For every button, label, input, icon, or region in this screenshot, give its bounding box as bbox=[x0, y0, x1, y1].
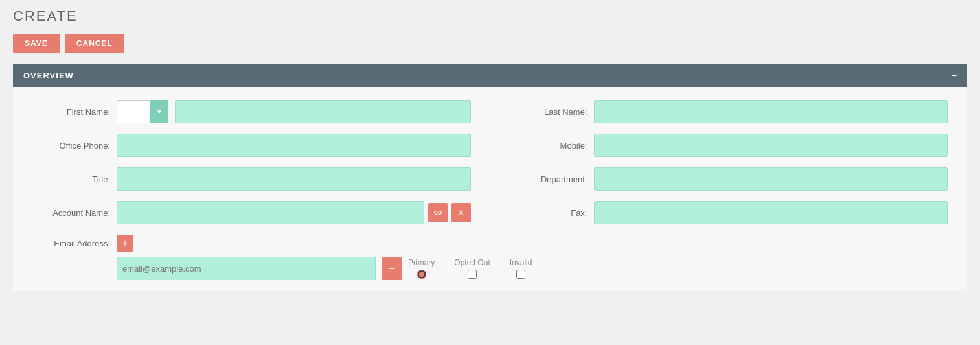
account-name-row: Account Name: bbox=[32, 201, 471, 224]
invalid-label: Invalid bbox=[510, 258, 532, 267]
email-add-button[interactable]: + bbox=[117, 235, 133, 252]
mobile-input[interactable] bbox=[594, 134, 948, 157]
email-input[interactable] bbox=[117, 257, 376, 280]
email-address-label: Email Address: bbox=[32, 239, 110, 248]
invalid-group: Invalid bbox=[510, 258, 532, 279]
account-name-label: Account Name: bbox=[32, 208, 110, 218]
cancel-button[interactable]: CANCEL bbox=[65, 34, 124, 53]
department-row: Department: bbox=[510, 167, 948, 191]
office-phone-row: Office Phone: bbox=[32, 134, 471, 157]
page-wrapper: CREATE SAVE CANCEL OVERVIEW − First Name… bbox=[0, 0, 980, 298]
office-phone-label: Office Phone: bbox=[32, 141, 110, 150]
collapse-button[interactable]: − bbox=[952, 70, 957, 80]
department-input[interactable] bbox=[594, 167, 948, 191]
department-label: Department: bbox=[510, 174, 587, 184]
fax-label: Fax: bbox=[510, 208, 587, 218]
account-name-input[interactable] bbox=[117, 201, 424, 224]
section-title: OVERVIEW bbox=[23, 71, 74, 80]
email-remove-button[interactable]: − bbox=[382, 257, 402, 280]
opted-out-label: Opted Out bbox=[454, 258, 490, 267]
fax-row: Fax: bbox=[510, 201, 948, 224]
account-name-link-button[interactable] bbox=[428, 203, 448, 222]
add-icon: + bbox=[122, 237, 128, 249]
primary-label: Primary bbox=[408, 258, 435, 267]
first-name-label: First Name: bbox=[32, 107, 110, 117]
salutation-select[interactable]: Mr. Ms. Mrs. Dr. Prof. bbox=[117, 100, 168, 123]
account-name-inputs bbox=[117, 201, 471, 224]
title-label: Title: bbox=[32, 174, 110, 184]
first-name-input[interactable] bbox=[175, 100, 471, 123]
last-name-row: Last Name: bbox=[510, 100, 948, 123]
mobile-row: Mobile: bbox=[510, 134, 948, 157]
title-row: Title: bbox=[32, 167, 471, 191]
invalid-checkbox[interactable] bbox=[516, 270, 525, 279]
last-name-input[interactable] bbox=[594, 100, 948, 123]
email-input-row: − Primary Opted Out bbox=[32, 257, 948, 280]
save-button[interactable]: SAVE bbox=[13, 34, 60, 53]
email-add-row: Email Address: + bbox=[32, 235, 948, 252]
last-name-label: Last Name: bbox=[510, 107, 587, 117]
title-input[interactable] bbox=[117, 167, 471, 191]
mobile-label: Mobile: bbox=[510, 141, 587, 150]
form-grid: First Name: Mr. Ms. Mrs. Dr. Prof. bbox=[32, 100, 948, 280]
remove-icon: − bbox=[389, 262, 396, 276]
opted-out-group: Opted Out bbox=[454, 258, 490, 279]
office-phone-input[interactable] bbox=[117, 134, 471, 157]
section-header: OVERVIEW − bbox=[13, 64, 967, 87]
section-body: First Name: Mr. Ms. Mrs. Dr. Prof. bbox=[13, 87, 967, 291]
fax-input[interactable] bbox=[594, 201, 948, 224]
opted-out-checkbox[interactable] bbox=[468, 270, 477, 279]
toolbar: SAVE CANCEL bbox=[13, 34, 967, 53]
page-title: CREATE bbox=[13, 8, 967, 25]
first-name-row: First Name: Mr. Ms. Mrs. Dr. Prof. bbox=[32, 100, 471, 123]
first-name-inputs: Mr. Ms. Mrs. Dr. Prof. bbox=[117, 100, 471, 123]
primary-radio[interactable] bbox=[417, 270, 426, 279]
clear-icon bbox=[457, 209, 465, 217]
email-address-section: Email Address: + − Primary bbox=[32, 235, 948, 280]
primary-group: Primary bbox=[408, 258, 435, 279]
account-name-clear-button[interactable] bbox=[451, 203, 471, 222]
email-checkboxes: Primary Opted Out Invalid bbox=[408, 258, 532, 279]
overview-section: OVERVIEW − First Name: Mr. Ms. Mrs. bbox=[13, 64, 967, 291]
salutation-wrapper: Mr. Ms. Mrs. Dr. Prof. bbox=[117, 100, 168, 123]
link-icon bbox=[433, 208, 442, 217]
